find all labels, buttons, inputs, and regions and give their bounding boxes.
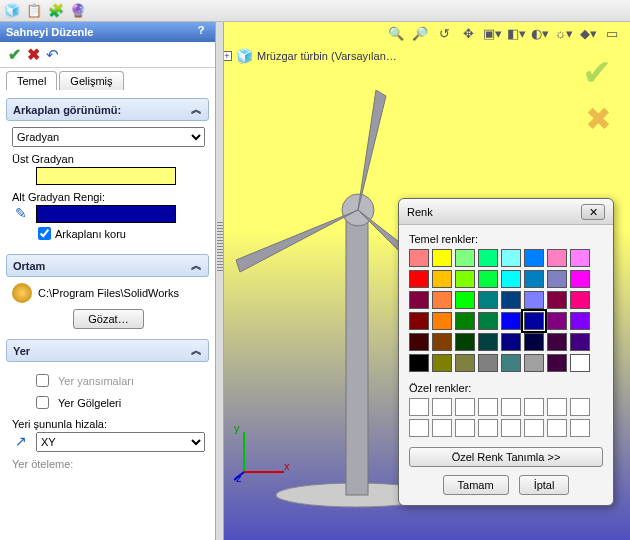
basic-color-swatch[interactable]	[455, 270, 475, 288]
basic-color-swatch[interactable]	[478, 270, 498, 288]
background-type-select[interactable]: Gradyan	[12, 127, 205, 147]
splitter[interactable]	[216, 22, 224, 540]
custom-color-swatch[interactable]	[547, 419, 567, 437]
tab-gelismis[interactable]: Gelişmiş	[59, 71, 123, 90]
floor-shadows-label[interactable]: Yer Gölgeleri	[58, 397, 121, 409]
basic-color-swatch[interactable]	[501, 249, 521, 267]
basic-color-swatch[interactable]	[409, 291, 429, 309]
basic-color-swatch[interactable]	[455, 333, 475, 351]
basic-color-swatch[interactable]	[570, 312, 590, 330]
undo-icon[interactable]: ↶	[46, 46, 59, 64]
basic-color-swatch[interactable]	[570, 354, 590, 372]
floor-align-select[interactable]: XY	[36, 432, 205, 452]
custom-color-swatch[interactable]	[432, 398, 452, 416]
basic-color-swatch[interactable]	[478, 354, 498, 372]
align-icon[interactable]: ↗	[12, 433, 30, 451]
basic-color-swatch[interactable]	[432, 291, 452, 309]
floor-shadows-checkbox[interactable]	[36, 396, 49, 409]
custom-color-swatch[interactable]	[570, 419, 590, 437]
custom-color-swatch[interactable]	[432, 419, 452, 437]
toolbar-icon-1[interactable]: 🧊	[3, 2, 21, 20]
basic-color-swatch[interactable]	[455, 354, 475, 372]
custom-color-swatch[interactable]	[478, 419, 498, 437]
basic-color-swatch[interactable]	[547, 333, 567, 351]
close-icon[interactable]: ✕	[581, 204, 605, 220]
custom-color-swatch[interactable]	[409, 398, 429, 416]
custom-color-swatch[interactable]	[409, 419, 429, 437]
top-gradient-swatch[interactable]	[36, 167, 176, 185]
basic-color-swatch[interactable]	[547, 270, 567, 288]
toolbar-icon-4[interactable]: 🔮	[69, 2, 87, 20]
define-custom-color-button[interactable]: Özel Renk Tanımla >>	[409, 447, 603, 467]
basic-color-swatch[interactable]	[570, 333, 590, 351]
scene-icon[interactable]: ☼▾	[554, 24, 574, 42]
basic-color-swatch[interactable]	[455, 312, 475, 330]
feature-tree-item[interactable]: + 🧊 Mrüzgar türbin (Varsayılan…	[222, 48, 397, 64]
basic-color-swatch[interactable]	[501, 354, 521, 372]
basic-color-swatch[interactable]	[432, 354, 452, 372]
pan-icon[interactable]: ✥	[458, 24, 478, 42]
basic-color-swatch[interactable]	[524, 270, 544, 288]
basic-color-swatch[interactable]	[524, 333, 544, 351]
keep-background-checkbox[interactable]	[38, 227, 51, 240]
custom-color-swatch[interactable]	[455, 398, 475, 416]
custom-color-swatch[interactable]	[478, 398, 498, 416]
group-floor[interactable]: Yer ︽	[6, 339, 209, 362]
basic-color-swatch[interactable]	[547, 249, 567, 267]
custom-color-swatch[interactable]	[501, 398, 521, 416]
floor-reflections-label[interactable]: Yer yansımaları	[58, 375, 134, 387]
basic-color-swatch[interactable]	[547, 354, 567, 372]
cancel-icon[interactable]: ✖	[27, 45, 40, 64]
basic-color-swatch[interactable]	[570, 270, 590, 288]
basic-color-swatch[interactable]	[547, 291, 567, 309]
basic-color-swatch[interactable]	[478, 333, 498, 351]
basic-color-swatch[interactable]	[570, 291, 590, 309]
toolbar-icon-2[interactable]: 📋	[25, 2, 43, 20]
hide-show-icon[interactable]: ▭	[602, 24, 622, 42]
zoom-fit-icon[interactable]: 🔍	[386, 24, 406, 42]
color-cancel-button[interactable]: İptal	[519, 475, 570, 495]
basic-color-swatch[interactable]	[524, 312, 544, 330]
basic-color-swatch[interactable]	[501, 312, 521, 330]
custom-color-swatch[interactable]	[524, 419, 544, 437]
eyedropper-icon[interactable]: ✎	[12, 205, 30, 223]
custom-color-swatch[interactable]	[547, 398, 567, 416]
basic-color-swatch[interactable]	[455, 291, 475, 309]
zoom-area-icon[interactable]: 🔎	[410, 24, 430, 42]
basic-color-swatch[interactable]	[432, 270, 452, 288]
tab-temel[interactable]: Temel	[6, 71, 57, 90]
basic-color-swatch[interactable]	[432, 249, 452, 267]
basic-color-swatch[interactable]	[409, 270, 429, 288]
basic-color-swatch[interactable]	[501, 270, 521, 288]
basic-color-swatch[interactable]	[501, 333, 521, 351]
basic-color-swatch[interactable]	[455, 249, 475, 267]
appearance-icon[interactable]: ◆▾	[578, 24, 598, 42]
basic-color-swatch[interactable]	[547, 312, 567, 330]
bottom-gradient-swatch[interactable]	[36, 205, 176, 223]
rotate-icon[interactable]: ↺	[434, 24, 454, 42]
group-background[interactable]: Arkaplan görünümü: ︽	[6, 98, 209, 121]
custom-color-swatch[interactable]	[455, 419, 475, 437]
ok-icon[interactable]: ✔	[8, 45, 21, 64]
basic-color-swatch[interactable]	[409, 249, 429, 267]
basic-color-swatch[interactable]	[524, 291, 544, 309]
floor-reflections-checkbox[interactable]	[36, 374, 49, 387]
confirm-corner-icon[interactable]: ✔	[582, 52, 612, 94]
basic-color-swatch[interactable]	[524, 249, 544, 267]
basic-color-swatch[interactable]	[478, 312, 498, 330]
help-icon[interactable]: ?	[193, 24, 209, 40]
browse-button[interactable]: Gözat…	[73, 309, 143, 329]
display-style-icon[interactable]: ◐▾	[530, 24, 550, 42]
toolbar-icon-3[interactable]: 🧩	[47, 2, 65, 20]
color-ok-button[interactable]: Tamam	[443, 475, 509, 495]
basic-color-swatch[interactable]	[478, 291, 498, 309]
custom-color-swatch[interactable]	[501, 419, 521, 437]
keep-background-label[interactable]: Arkaplanı koru	[55, 228, 126, 240]
basic-color-swatch[interactable]	[501, 291, 521, 309]
basic-color-swatch[interactable]	[409, 312, 429, 330]
basic-color-swatch[interactable]	[432, 333, 452, 351]
basic-color-swatch[interactable]	[432, 312, 452, 330]
group-environment[interactable]: Ortam ︽	[6, 254, 209, 277]
color-dialog-titlebar[interactable]: Renk ✕	[399, 199, 613, 225]
basic-color-swatch[interactable]	[570, 249, 590, 267]
